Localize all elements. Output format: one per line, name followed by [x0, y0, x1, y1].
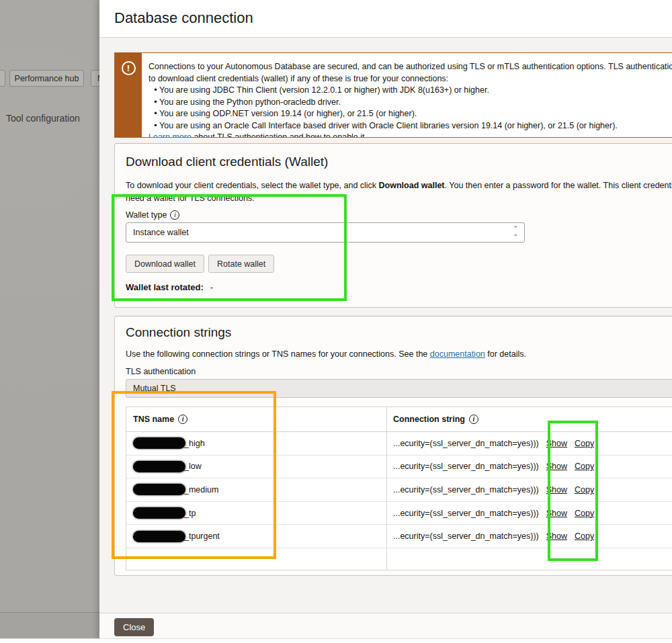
bullet-icon: • [152, 85, 159, 97]
connection-string-value: ...ecurity=(ssl_server_dn_match=yes))) [393, 509, 539, 518]
bullet-icon: • [152, 97, 159, 109]
bullet-icon: • [152, 120, 159, 132]
redacted-tns-name [133, 507, 185, 519]
close-button[interactable]: Close [114, 618, 154, 636]
table-column-divider [386, 407, 387, 570]
wallet-last-rotated-label: Wallet last rotated: [126, 282, 204, 292]
connection-string-header-label: Connection string [393, 415, 465, 424]
wallet-description-line2: need a wallet for TLS connections. [126, 194, 255, 203]
tns-suffix: _tp [184, 509, 196, 518]
performance-hub-button[interactable]: Performance hub [9, 70, 84, 87]
tns-name-cell: _tp [126, 507, 386, 519]
table-header-row: TNS name i Connection string i [126, 407, 672, 432]
learn-more-rest: about TLS authentication and how to enab… [192, 132, 367, 137]
tls-authentication-select[interactable]: Mutual TLS [126, 379, 672, 398]
info-icon[interactable]: i [170, 210, 179, 220]
copy-link[interactable]: Copy [575, 531, 594, 541]
show-link[interactable]: Show [546, 462, 567, 471]
documentation-link[interactable]: documentation [430, 349, 485, 359]
rotate-wallet-button[interactable]: Rotate wallet [208, 255, 274, 273]
info-icon[interactable]: i [469, 415, 478, 424]
show-link[interactable]: Show [546, 485, 567, 495]
table-row: _high ...ecurity=(ssl_server_dn_match=ye… [126, 432, 672, 456]
connection-string-value: ...ecurity=(ssl_server_dn_match=yes))) [393, 531, 539, 541]
download-wallet-button[interactable]: Download wallet [126, 255, 204, 273]
tls-authentication-value: Mutual TLS [133, 384, 176, 393]
connection-string-cell: ...ecurity=(ssl_server_dn_match=yes))) S… [386, 509, 594, 518]
banner-learn-more-line: Learn more about TLS authentication and … [149, 132, 672, 137]
select-chevrons-icon: ⌃ ⌄ [513, 226, 518, 237]
copy-link[interactable]: Copy [575, 485, 594, 495]
banner-bullet: •You are using ODP.NET version 19.14 (or… [149, 108, 672, 120]
wallet-type-select[interactable]: Instance wallet ⌃ ⌄ [126, 222, 525, 243]
bullet-text: You are using the Python python-oracledb… [159, 97, 341, 107]
banner-line-1: Connections to your Autonomous Database … [149, 61, 672, 73]
connection-string-cell: ...ecurity=(ssl_server_dn_match=yes))) S… [386, 462, 594, 471]
bullet-text: You are using an Oracle Call Interface b… [159, 121, 618, 130]
wallet-buttons-row: Download wallet Rotate wallet [126, 255, 274, 273]
connection-string-header: Connection string i [386, 415, 478, 424]
panel-header: Database connection [99, 0, 672, 38]
background-lower-area [0, 613, 99, 638]
banner-bullet: •You are using an Oracle Call Interface … [149, 120, 672, 132]
tns-name-cell: _low [126, 461, 386, 472]
connection-strings-heading: Connection strings [126, 325, 231, 340]
tls-warning-banner: ! Connections to your Autonomous Databas… [114, 52, 672, 138]
tns-name-header-label: TNS name [133, 415, 174, 424]
tool-configuration-label: Tool configuration [6, 113, 80, 124]
banner-bullet: •You are using the Python python-oracled… [149, 97, 672, 109]
connection-string-cell: ...ecurity=(ssl_server_dn_match=yes))) S… [386, 439, 594, 448]
tns-suffix: _tpurgent [184, 531, 220, 541]
copy-link[interactable]: Copy [575, 462, 594, 471]
wallet-desc-pre: To download your client credentials, sel… [126, 181, 379, 190]
connection-strings-table: TNS name i Connection string i _high ...… [126, 406, 672, 570]
wallet-type-value: Instance wallet [133, 228, 189, 237]
table-row: _tp ...ecurity=(ssl_server_dn_match=yes)… [126, 502, 672, 525]
banner-text: Connections to your Autonomous Database … [142, 53, 672, 137]
wallet-desc-post: . You then enter a password for the wall… [445, 181, 672, 190]
connection-string-value: ...ecurity=(ssl_server_dn_match=yes))) [393, 485, 539, 495]
wallet-desc-bold: Download wallet [379, 181, 445, 190]
redacted-tns-name [133, 437, 185, 449]
copy-link[interactable]: Copy [575, 439, 594, 448]
wallet-last-rotated-value: - [210, 282, 213, 292]
connection-string-cell: ...ecurity=(ssl_server_dn_match=yes))) S… [386, 485, 594, 495]
tns-suffix: _medium [184, 485, 218, 495]
show-link[interactable]: Show [546, 439, 567, 448]
database-connection-panel: Database connection ! Connections to you… [99, 0, 672, 643]
show-link[interactable]: Show [546, 509, 567, 518]
conn-desc-post: for details. [485, 349, 526, 359]
learn-more-link[interactable]: Learn more [149, 132, 192, 137]
database-connection-screen: Performance hub M Tool configuration Dat… [0, 0, 672, 643]
table-row: _medium ...ecurity=(ssl_server_dn_match=… [126, 478, 672, 502]
bullet-text: You are using JDBC Thin Client (version … [159, 85, 489, 95]
table-row: _tpurgent ...ecurity=(ssl_server_dn_matc… [126, 525, 672, 548]
wallet-description-line1: To download your client credentials, sel… [126, 181, 672, 190]
banner-bullet: •You are using JDBC Thin Client (version… [149, 85, 672, 97]
redacted-tns-name [133, 461, 185, 472]
connection-string-value: ...ecurity=(ssl_server_dn_match=yes))) [393, 439, 539, 448]
partial-button-left[interactable] [0, 70, 5, 87]
redacted-tns-name [133, 484, 185, 495]
tns-name-cell: _medium [126, 484, 386, 495]
connection-strings-section: Connection strings Use the following con… [114, 316, 672, 576]
conn-desc-pre: Use the following connection strings or … [126, 349, 430, 359]
bullet-icon: • [152, 108, 159, 120]
connection-description: Use the following connection strings or … [126, 349, 526, 359]
tns-name-cell: _high [126, 437, 386, 449]
bullet-text: You are using ODP.NET version 19.14 (or … [159, 109, 417, 118]
tls-authentication-label: TLS authentication [126, 367, 196, 376]
show-link[interactable]: Show [546, 531, 567, 541]
dimmed-background: Performance hub M Tool configuration [0, 0, 99, 638]
chevron-down-icon: ⌄ [513, 231, 518, 237]
partial-button-right[interactable]: M [91, 70, 99, 87]
panel-footer: Close [99, 613, 672, 638]
page-bottom-edge [0, 638, 672, 643]
table-row: _low ...ecurity=(ssl_server_dn_match=yes… [126, 456, 672, 479]
wallet-type-label-row: Wallet type i [126, 210, 179, 220]
copy-link[interactable]: Copy [575, 509, 594, 518]
tns-suffix: _low [184, 462, 202, 471]
redacted-tns-name [133, 531, 185, 542]
info-icon[interactable]: i [178, 415, 187, 424]
page-title: Database connection [114, 9, 253, 27]
